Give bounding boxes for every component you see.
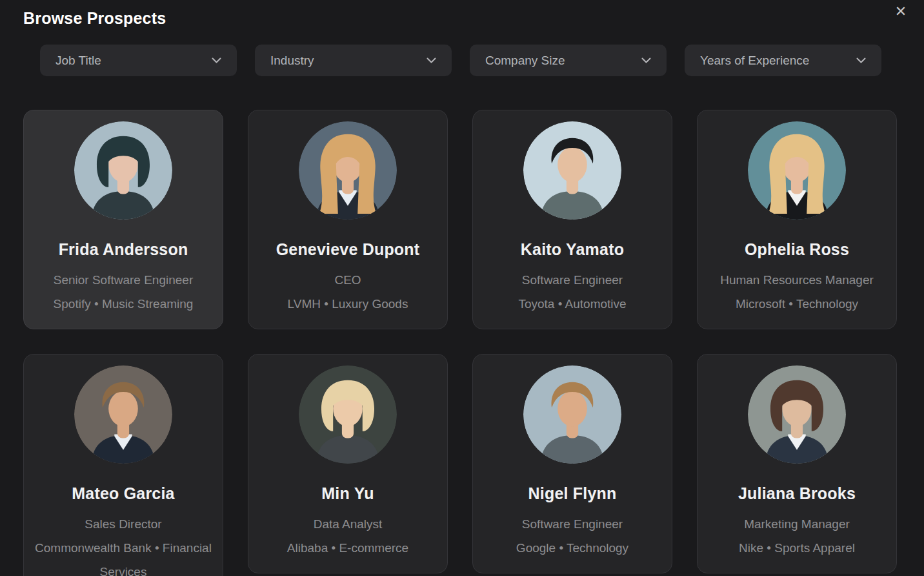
avatar	[523, 121, 621, 220]
page-title: Browse Prospects	[23, 9, 901, 28]
prospect-name: Min Yu	[259, 484, 437, 503]
prospect-job-title: Senior Software Engineer	[34, 268, 212, 292]
avatar	[74, 365, 172, 464]
prospect-card[interactable]: Genevieve Dupont CEO LVMH • Luxury Goods	[248, 110, 448, 329]
chevron-down-icon	[212, 57, 221, 63]
chevron-down-icon	[641, 57, 651, 63]
prospect-name: Kaito Yamato	[483, 240, 661, 259]
prospect-card[interactable]: Mateo Garcia Sales Director Commonwealth…	[23, 354, 223, 576]
avatar	[299, 365, 397, 464]
prospect-name: Ophelia Ross	[708, 240, 886, 259]
filter-years-of-experience[interactable]: Years of Experience	[685, 45, 881, 76]
prospect-job-title: Software Engineer	[483, 512, 661, 536]
filter-label: Industry	[270, 54, 314, 68]
filter-company-size[interactable]: Company Size	[470, 45, 667, 76]
prospect-job-title: Software Engineer	[483, 268, 661, 292]
close-icon: ✕	[895, 5, 907, 19]
prospect-company-industry: Microsoft • Technology	[708, 292, 886, 316]
prospect-name: Nigel Flynn	[483, 484, 661, 503]
chevron-down-icon	[856, 57, 866, 63]
prospect-company-industry: LVMH • Luxury Goods	[259, 292, 437, 316]
filter-bar: Job Title Industry Company Size Years of…	[40, 45, 901, 76]
prospect-job-title: CEO	[259, 268, 437, 292]
avatar	[523, 365, 621, 464]
browse-prospects-panel: Browse Prospects ✕ Job Title Industry Co…	[0, 0, 924, 576]
prospect-card[interactable]: Nigel Flynn Software Engineer Google • T…	[472, 354, 672, 573]
prospect-company-industry: Spotify • Music Streaming	[34, 292, 212, 316]
prospect-name: Juliana Brooks	[708, 484, 886, 503]
avatar	[74, 121, 172, 220]
avatar	[299, 121, 397, 220]
prospect-job-title: Sales Director	[34, 512, 212, 536]
prospect-card[interactable]: Min Yu Data Analyst Alibaba • E-commerce	[248, 354, 448, 573]
filter-job-title[interactable]: Job Title	[40, 45, 237, 76]
prospect-company-industry: Toyota • Automotive	[483, 292, 661, 316]
avatar	[748, 121, 846, 220]
prospect-company-industry: Alibaba • E-commerce	[259, 536, 437, 560]
close-button[interactable]: ✕	[890, 1, 911, 22]
filter-label: Job Title	[55, 54, 101, 68]
prospect-grid: Frida Andersson Senior Software Engineer…	[23, 110, 901, 576]
prospect-job-title: Marketing Manager	[708, 512, 886, 536]
prospect-company-industry: Google • Technology	[483, 536, 661, 560]
avatar	[748, 365, 846, 464]
prospect-name: Frida Andersson	[34, 240, 212, 259]
prospect-card[interactable]: Kaito Yamato Software Engineer Toyota • …	[472, 110, 672, 329]
prospect-company-industry: Commonwealth Bank • Financial Services	[34, 536, 212, 576]
prospect-job-title: Human Resources Manager	[708, 268, 886, 292]
prospect-company-industry: Nike • Sports Apparel	[708, 536, 886, 560]
prospect-card[interactable]: Juliana Brooks Marketing Manager Nike • …	[697, 354, 897, 573]
prospect-job-title: Data Analyst	[259, 512, 437, 536]
prospect-card[interactable]: Ophelia Ross Human Resources Manager Mic…	[697, 110, 897, 329]
prospect-name: Mateo Garcia	[34, 484, 212, 503]
prospect-name: Genevieve Dupont	[259, 240, 437, 259]
filter-industry[interactable]: Industry	[255, 45, 452, 76]
filter-label: Years of Experience	[700, 54, 809, 68]
filter-label: Company Size	[485, 54, 565, 68]
prospect-card[interactable]: Frida Andersson Senior Software Engineer…	[23, 110, 223, 329]
chevron-down-icon	[427, 57, 436, 63]
